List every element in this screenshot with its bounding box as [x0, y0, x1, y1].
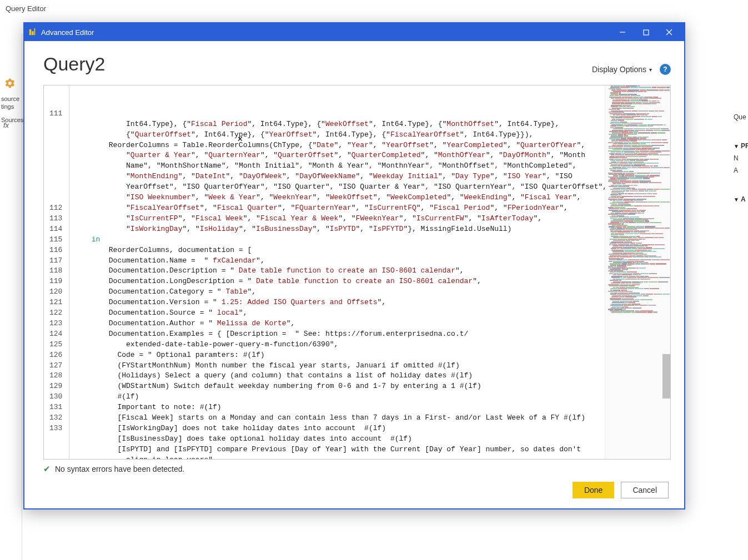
help-icon[interactable]: ?: [660, 64, 671, 75]
titlebar: Advanced Editor: [24, 23, 684, 41]
code-editor[interactable]: 1111121131141151161171181191201211221231…: [43, 85, 671, 460]
chevron-down-icon: ▼: [734, 143, 739, 149]
modal-content: Query2 Display Options ▾ ? 1111121131141…: [24, 41, 684, 508]
status-bar: ✔ No syntax errors have been detected.: [43, 460, 671, 482]
background-sidebar: source tings Sources: [0, 33, 22, 560]
check-icon: ✔: [43, 464, 51, 474]
background-sidebar-label-2: tings: [1, 103, 14, 110]
svg-rect-1: [32, 31, 34, 35]
right-panel-item: N: [731, 152, 748, 164]
code-area[interactable]: ✕ Int64.Type}, {"Fiscal Period", Int64.T…: [69, 85, 605, 459]
line-number-gutter: 1111121131141151161171181191201211221231…: [44, 85, 69, 459]
display-options-dropdown[interactable]: Display Options ▾: [592, 65, 652, 74]
footer-buttons: Done Cancel: [43, 482, 671, 498]
minimap[interactable]: [605, 85, 670, 459]
close-button[interactable]: [657, 23, 681, 41]
right-panel-item: A: [731, 164, 748, 176]
svg-rect-2: [34, 28, 36, 35]
gear-icon: [4, 78, 16, 89]
advanced-editor-modal: Advanced Editor Query2 Display Options ▾…: [23, 22, 685, 509]
svg-rect-4: [644, 30, 649, 35]
maximize-button[interactable]: [634, 23, 657, 41]
right-panel-item: ▼A: [731, 193, 748, 205]
done-button[interactable]: Done: [573, 482, 614, 498]
background-sidebar-label-1: source: [1, 95, 19, 102]
formula-bar-fx-icon: fx: [3, 121, 9, 129]
right-panel-item: ▼PF: [731, 140, 748, 152]
titlebar-title: Advanced Editor: [41, 28, 611, 37]
cancel-button[interactable]: Cancel: [621, 482, 669, 498]
display-options-label: Display Options: [592, 65, 646, 74]
minimap-thumb[interactable]: [662, 354, 670, 398]
background-right-panel: Que ▼PF N A ▼A: [731, 111, 748, 205]
svg-rect-0: [29, 29, 32, 36]
chevron-down-icon: ▾: [649, 67, 652, 73]
right-panel-item: Que: [731, 111, 748, 123]
query-name-title: Query2: [43, 53, 106, 75]
app-icon: [28, 28, 37, 37]
chevron-down-icon: ▼: [734, 196, 739, 203]
header-row: Query2 Display Options ▾ ?: [43, 53, 671, 75]
background-title: Query Editor: [6, 4, 46, 13]
status-text: No syntax errors have been detected.: [55, 465, 184, 473]
minimize-button[interactable]: [611, 23, 634, 41]
